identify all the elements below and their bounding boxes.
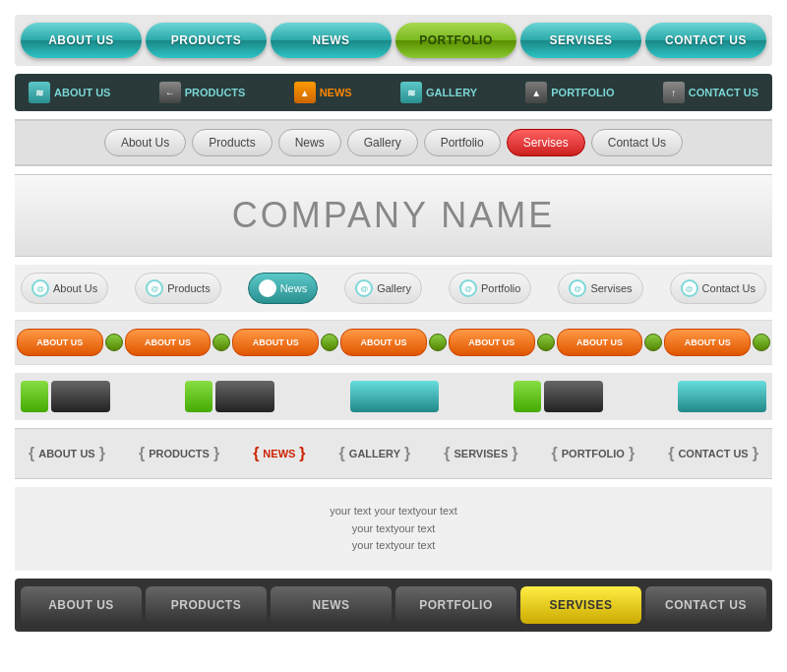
nav6-green-btn-1[interactable]	[21, 381, 48, 412]
main-container: ABOUT USPRODUCTSNEWSPORTFOLIOSERVISESCON…	[0, 0, 787, 646]
nav6-teal-btn-1[interactable]	[350, 381, 439, 412]
nav3-btn-products[interactable]: Products	[192, 129, 272, 156]
nav7-label-0: ABOUT US	[38, 448, 94, 459]
nav5-circle-5	[644, 334, 662, 351]
nav2-item-portfolio[interactable]: ▲PORTFOLIO	[517, 78, 622, 107]
bracket-left-1: {	[139, 445, 145, 462]
nav1-btn-news[interactable]: NEWS	[271, 23, 392, 58]
nav4-btn-news[interactable]: @News	[248, 273, 319, 304]
nav4-btn-portfolio[interactable]: @Portfolio	[449, 273, 531, 304]
nav3-btn-contact-us[interactable]: Contact Us	[591, 129, 683, 156]
nav4-spiral-icon-4: @	[459, 279, 477, 297]
nav2-label-1: PRODUCTS	[185, 87, 246, 98]
nav2-label-3: GALLERY	[426, 87, 477, 98]
nav5-btn-2[interactable]: ABOUT US	[232, 329, 319, 356]
nav4-btn-contact-us[interactable]: @Contact Us	[670, 273, 766, 304]
nav1-btn-portfolio[interactable]: PORTFOLIO	[395, 23, 516, 58]
nav7-btn-news[interactable]: {NEWS}	[245, 439, 313, 468]
nav7-btn-about-us[interactable]: {ABOUT US}	[21, 439, 113, 468]
nav6-green-btn-3[interactable]	[514, 381, 541, 412]
nav2-label-0: ABOUT US	[54, 87, 110, 98]
bracket-right-0: }	[99, 445, 105, 462]
nav3-btn-portfolio[interactable]: Portfolio	[424, 129, 501, 156]
nav2-item-products[interactable]: ←PRODUCTS	[151, 78, 254, 107]
nav3-btn-servises[interactable]: Servises	[507, 129, 585, 156]
nav4-label-4: Portfolio	[481, 282, 520, 294]
navbar-3: About UsProductsNewsGalleryPortfolioServ…	[15, 119, 772, 166]
nav6-group-5	[678, 381, 766, 412]
nav4-label-5: Servises	[590, 282, 632, 294]
nav7-btn-portfolio[interactable]: {PORTFOLIO}	[544, 439, 643, 468]
nav5-item-1: ABOUT US	[125, 329, 231, 356]
bracket-left-2: {	[253, 445, 259, 462]
bracket-right-3: }	[404, 445, 410, 462]
nav4-btn-servises[interactable]: @Servises	[558, 273, 642, 304]
nav1-btn-about-us[interactable]: ABOUT US	[21, 23, 142, 58]
nav6-dark-btn-1[interactable]	[51, 381, 110, 412]
navbar-1: ABOUT USPRODUCTSNEWSPORTFOLIOSERVISESCON…	[15, 15, 772, 66]
nav7-btn-gallery[interactable]: {GALLERY}	[332, 439, 419, 468]
navbar-8: ABOUT USPRODUCTSNEWSPORTFOLIOSERVISESCON…	[15, 579, 772, 632]
nav1-btn-products[interactable]: PRODUCTS	[146, 23, 267, 58]
nav1-btn-servises[interactable]: SERVISES	[520, 23, 641, 58]
nav5-item-2: ABOUT US	[232, 329, 338, 356]
nav3-btn-about-us[interactable]: About Us	[104, 129, 186, 156]
nav2-item-about-us[interactable]: ≋ABOUT US	[21, 78, 118, 107]
nav2-icon-3: ≋	[400, 82, 422, 103]
nav5-btn-1[interactable]: ABOUT US	[125, 329, 212, 356]
bracket-left-5: {	[552, 445, 558, 462]
nav7-btn-products[interactable]: {PRODUCTS}	[131, 439, 227, 468]
nav5-btn-0[interactable]: ABOUT US	[17, 329, 103, 356]
bracket-left-6: {	[668, 445, 674, 462]
nav4-spiral-icon-1: @	[146, 279, 163, 297]
nav6-teal-btn-2[interactable]	[678, 381, 766, 412]
nav2-icon-1: ←	[159, 82, 181, 103]
nav5-item-0: ABOUT US	[17, 329, 123, 356]
text-line-0: your text your textyour text	[30, 503, 757, 520]
navbar-4: @About Us@Products@News@Gallery@Portfoli…	[15, 265, 772, 312]
bracket-right-1: }	[213, 445, 219, 462]
nav6-dark-btn-2[interactable]	[215, 381, 274, 412]
nav7-btn-servises[interactable]: {SERVISES}	[436, 439, 525, 468]
bracket-left-3: {	[339, 445, 345, 462]
nav5-btn-6[interactable]: ABOUT US	[664, 329, 751, 356]
nav5-btn-5[interactable]: ABOUT US	[557, 329, 643, 356]
nav1-btn-contact-us[interactable]: CONTACT US	[645, 23, 766, 58]
nav7-label-3: GALLERY	[349, 448, 400, 459]
nav2-item-contact-us[interactable]: ↑CONTACT US	[655, 78, 766, 107]
nav6-group-3	[350, 381, 439, 412]
nav8-btn-contact-us[interactable]: CONTACT US	[645, 586, 766, 624]
bracket-left-0: {	[29, 445, 34, 462]
nav2-label-4: PORTFOLIO	[551, 87, 614, 98]
nav8-btn-products[interactable]: PRODUCTS	[146, 586, 267, 624]
nav8-btn-about-us[interactable]: ABOUT US	[21, 586, 142, 624]
nav3-btn-gallery[interactable]: Gallery	[347, 129, 418, 156]
nav5-item-6: ABOUT US	[664, 329, 770, 356]
nav8-btn-news[interactable]: NEWS	[271, 586, 392, 624]
nav6-green-btn-2[interactable]	[185, 381, 212, 412]
nav4-btn-gallery[interactable]: @Gallery	[344, 273, 422, 304]
nav5-item-5: ABOUT US	[557, 329, 663, 356]
nav7-btn-contact-us[interactable]: {CONTACT US}	[660, 439, 766, 468]
nav4-label-3: Gallery	[377, 282, 411, 294]
bracket-left-4: {	[444, 445, 450, 462]
nav3-btn-news[interactable]: News	[278, 129, 341, 156]
nav4-btn-about-us[interactable]: @About Us	[21, 273, 108, 304]
nav5-btn-3[interactable]: ABOUT US	[340, 329, 427, 356]
nav5-circle-3	[429, 334, 447, 351]
nav4-btn-products[interactable]: @Products	[135, 273, 220, 304]
nav2-icon-0: ≋	[29, 82, 50, 103]
nav8-btn-servises[interactable]: SERVISES	[520, 586, 641, 624]
nav2-icon-5: ↑	[663, 82, 685, 103]
navbar-5: ABOUT USABOUT USABOUT USABOUT USABOUT US…	[15, 320, 772, 365]
nav6-group-2	[185, 381, 274, 412]
text-section: your text your textyour textyour textyou…	[15, 487, 772, 571]
nav6-dark-btn-3[interactable]	[544, 381, 603, 412]
company-name: COMPANY NAME	[232, 195, 556, 235]
nav8-btn-portfolio[interactable]: PORTFOLIO	[395, 586, 516, 624]
nav2-item-gallery[interactable]: ≋GALLERY	[393, 78, 485, 107]
nav6-group-4	[514, 381, 603, 412]
nav7-label-2: NEWS	[263, 448, 295, 459]
nav5-btn-4[interactable]: ABOUT US	[449, 329, 535, 356]
nav2-item-news[interactable]: ▲NEWS	[286, 78, 360, 107]
